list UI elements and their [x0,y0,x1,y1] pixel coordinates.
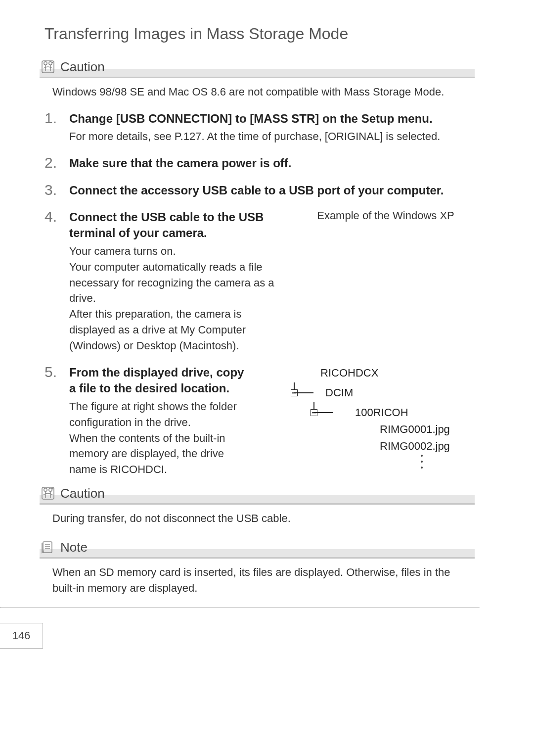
tree-branch-icon [291,386,315,399]
svg-point-2 [49,62,52,65]
step-head: Make sure that the camera power is off. [69,155,475,171]
tree-folder: DCIM [325,384,353,401]
svg-point-7 [44,488,47,491]
caution-icon [40,58,56,75]
svg-point-5 [52,62,53,63]
callout-title: Caution [60,59,105,75]
tree-file: RIMG0001.jpg [380,421,475,438]
callout-body: When an SD memory card is inserted, its … [52,565,475,596]
ellipsis-vertical-icon [419,455,424,469]
callout-title: Note [60,540,88,555]
step-body: Your camera turns on. Your computer auto… [69,243,287,354]
tree-branch-icon [311,406,335,419]
step-list: Change [USB CONNECTION] to [MASS STR] on… [44,111,475,477]
note-icon [40,539,56,556]
step-5: From the displayed drive, copy a file to… [44,365,475,477]
section-title: Transferring Images in Mass Storage Mode [44,25,475,43]
page-number: 146 [0,623,43,649]
callout-header: Note [40,537,475,559]
caution-icon [40,485,56,502]
step-4: Connect the USB cable to the USB termina… [44,209,475,354]
page-footer: 146 [44,623,475,649]
note-block: Note When an SD memory card is inserted,… [40,537,475,596]
step-head: Change [USB CONNECTION] to [MASS STR] on… [69,111,475,127]
callout-title: Caution [60,486,105,501]
callout-body: During transfer, do not disconnect the U… [52,511,475,526]
tree-root: RICOHDCX [320,365,475,381]
callout-header: Caution [40,57,475,78]
step-head: Connect the USB cable to the USB termina… [69,209,287,241]
callout-header: Caution [40,483,475,505]
callout-body: Windows 98/98 SE and Mac OS 8.6 are not … [52,84,475,100]
svg-rect-12 [43,542,52,553]
step-3: Connect the accessory USB cable to a USB… [44,183,475,198]
caution-block-2: Caution During transfer, do not disconne… [40,483,475,526]
folder-tree: RICOHDCX DCIM 100RICOH RIMG0001.jpg RIMG… [291,365,475,469]
step-2: Make sure that the camera power is off. [44,155,475,171]
tree-row: DCIM [291,384,475,401]
tree-file: RIMG0002.jpg [380,438,475,455]
step-head: From the displayed drive, copy a file to… [69,365,251,397]
step-1: Change [USB CONNECTION] to [MASS STR] on… [44,111,475,144]
step-body: For more details, see P.127. At the time… [69,129,475,144]
caution-block-1: Caution Windows 98/98 SE and Mac OS 8.6 … [40,57,475,100]
tree-folder: 100RICOH [355,404,408,421]
svg-point-11 [52,488,53,490]
step-body: The figure at right shows the folder con… [69,399,251,477]
svg-point-8 [49,488,52,491]
svg-point-1 [44,62,47,65]
footer-rule [0,607,480,608]
figure-caption: Example of the Windows XP [297,209,475,222]
tree-row: 100RICOH [311,404,475,421]
step-head: Connect the accessory USB cable to a USB… [69,183,475,198]
manual-page: Transferring Images in Mass Storage Mode… [0,0,475,649]
